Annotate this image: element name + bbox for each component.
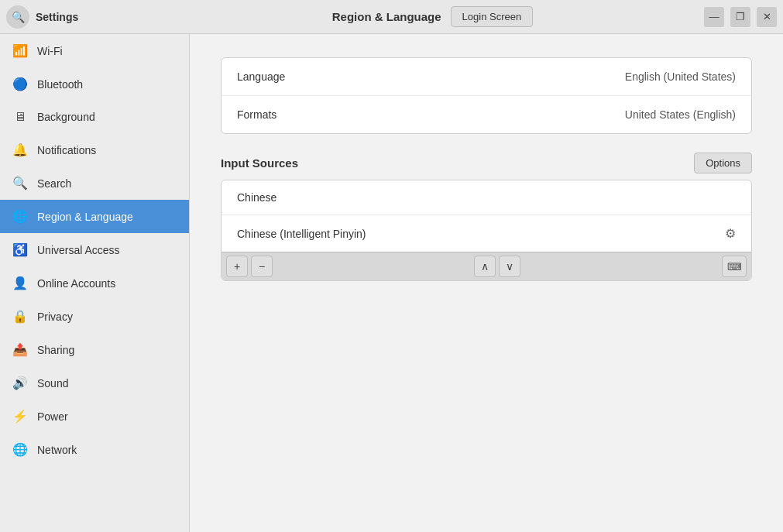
- background-icon: 🖥: [12, 110, 28, 124]
- network-icon: 🌐: [12, 442, 28, 457]
- notifications-icon: 🔔: [12, 142, 28, 157]
- sidebar-label-online-accounts: Online Accounts: [37, 277, 115, 290]
- input-source-row-1[interactable]: Chinese (Intelligent Pinyin)⚙: [222, 215, 751, 252]
- sidebar-label-region: Region & Language: [37, 211, 133, 223]
- sidebar-label-power: Power: [37, 410, 68, 423]
- input-toolbar: + − ∧ ∨ ⌨: [222, 252, 751, 280]
- sidebar-label-background: Background: [37, 111, 95, 123]
- sidebar-label-bluetooth: Bluetooth: [37, 78, 83, 91]
- sidebar-label-wifi: Wi-Fi: [37, 45, 63, 57]
- add-source-button[interactable]: +: [226, 256, 248, 277]
- locale-row-0[interactable]: LanguageEnglish (United States): [222, 58, 751, 96]
- minimize-button[interactable]: —: [704, 7, 724, 27]
- locale-label-0: Language: [237, 70, 285, 83]
- sidebar-item-sound[interactable]: 🔊Sound: [0, 366, 189, 400]
- power-icon: ⚡: [12, 409, 28, 424]
- sidebar-item-notifications[interactable]: 🔔Notifications: [0, 133, 189, 166]
- sidebar-label-notifications: Notifications: [37, 144, 96, 156]
- window-controls: — ❐ ✕: [704, 7, 777, 27]
- sidebar-label-privacy: Privacy: [37, 311, 73, 323]
- locale-card: LanguageEnglish (United States)FormatsUn…: [221, 57, 752, 134]
- input-source-settings-icon-1[interactable]: ⚙: [725, 226, 736, 241]
- sidebar-item-region[interactable]: 🌐Region & Language: [0, 200, 189, 233]
- content-area: LanguageEnglish (United States)FormatsUn…: [190, 34, 783, 532]
- input-sources-title: Input Sources: [221, 156, 298, 170]
- locale-label-1: Formats: [237, 108, 276, 121]
- sidebar-label-sound: Sound: [37, 377, 68, 390]
- sidebar-item-wifi[interactable]: 📶Wi-Fi: [0, 34, 189, 67]
- sidebar: 📶Wi-Fi🔵Bluetooth🖥Background🔔Notification…: [0, 34, 190, 532]
- page-title: Region & Language: [332, 10, 441, 23]
- online-accounts-icon: 👤: [12, 276, 28, 290]
- app-title: Settings: [36, 11, 78, 23]
- close-button[interactable]: ✕: [757, 7, 777, 27]
- sidebar-label-search: Search: [37, 177, 71, 190]
- sidebar-item-network[interactable]: 🌐Network: [0, 433, 189, 466]
- input-sources-card: ChineseChinese (Intelligent Pinyin)⚙ + −…: [221, 180, 752, 281]
- keyboard-layout-button[interactable]: ⌨: [722, 256, 747, 277]
- move-up-button[interactable]: ∧: [474, 256, 496, 277]
- input-source-label-1: Chinese (Intelligent Pinyin): [237, 228, 366, 240]
- titlebar-center: Region & Language Login Screen: [161, 6, 704, 27]
- region-icon: 🌐: [12, 209, 28, 224]
- move-down-button[interactable]: ∨: [499, 256, 520, 277]
- locale-value-0: English (United States): [625, 70, 736, 83]
- universal-access-icon: ♿: [12, 242, 28, 257]
- main-layout: 📶Wi-Fi🔵Bluetooth🖥Background🔔Notification…: [0, 34, 783, 532]
- sidebar-item-search[interactable]: 🔍Search: [0, 166, 189, 200]
- sharing-icon: 📤: [12, 342, 28, 357]
- sidebar-item-online-accounts[interactable]: 👤Online Accounts: [0, 266, 189, 300]
- remove-source-button[interactable]: −: [251, 256, 273, 277]
- sidebar-label-sharing: Sharing: [37, 344, 74, 356]
- locale-row-1[interactable]: FormatsUnited States (English): [222, 96, 751, 133]
- maximize-button[interactable]: ❐: [730, 7, 750, 27]
- login-screen-button[interactable]: Login Screen: [451, 6, 534, 27]
- titlebar-search-button[interactable]: 🔍: [6, 5, 29, 29]
- search-icon: 🔍: [12, 176, 28, 190]
- titlebar-title-section: 🔍 Settings: [6, 5, 161, 29]
- input-sources-header: Input Sources Options: [221, 153, 752, 173]
- sidebar-label-universal-access: Universal Access: [37, 244, 120, 256]
- input-source-row-0[interactable]: Chinese: [222, 180, 751, 215]
- sidebar-item-privacy[interactable]: 🔒Privacy: [0, 300, 189, 333]
- input-sources-list: ChineseChinese (Intelligent Pinyin)⚙: [222, 180, 751, 252]
- sidebar-item-power[interactable]: ⚡Power: [0, 400, 189, 433]
- sidebar-item-sharing[interactable]: 📤Sharing: [0, 333, 189, 366]
- sound-icon: 🔊: [12, 376, 28, 390]
- options-button[interactable]: Options: [694, 153, 752, 173]
- titlebar: 🔍 Settings Region & Language Login Scree…: [0, 0, 783, 34]
- locale-value-1: United States (English): [625, 108, 736, 121]
- wifi-icon: 📶: [12, 43, 28, 58]
- input-source-label-0: Chinese: [237, 191, 276, 204]
- sidebar-item-universal-access[interactable]: ♿Universal Access: [0, 233, 189, 266]
- sidebar-item-background[interactable]: 🖥Background: [0, 101, 189, 133]
- search-icon: 🔍: [12, 11, 25, 23]
- sidebar-label-network: Network: [37, 444, 77, 456]
- sidebar-item-bluetooth[interactable]: 🔵Bluetooth: [0, 67, 189, 101]
- privacy-icon: 🔒: [12, 309, 28, 324]
- bluetooth-icon: 🔵: [12, 77, 28, 91]
